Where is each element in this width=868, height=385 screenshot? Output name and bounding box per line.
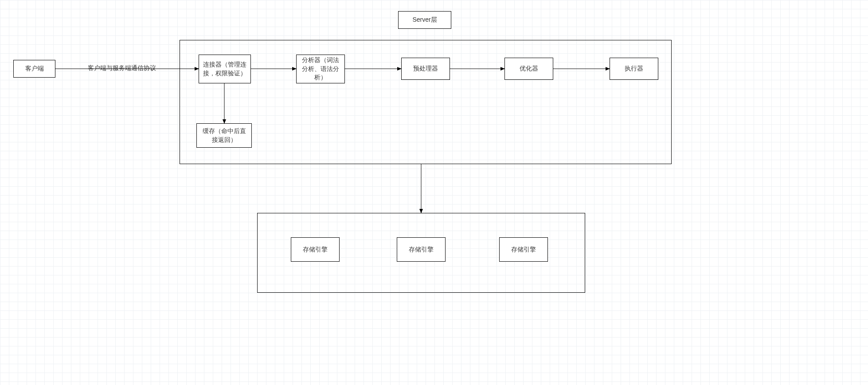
cache-box: 缓存（命中后直接返回） <box>196 123 252 148</box>
storage-engine-3-box: 存储引擎 <box>499 237 548 262</box>
storage-engine-1-text: 存储引擎 <box>303 245 328 254</box>
storage-engine-1-box: 存储引擎 <box>291 237 340 262</box>
analyzer-box: 分析器（词法分析、语法分析） <box>296 55 345 83</box>
client-box: 客户端 <box>13 60 55 78</box>
server-layer-text: Server层 <box>412 16 437 24</box>
analyzer-text: 分析器（词法分析、语法分析） <box>300 56 341 82</box>
executor-text: 执行器 <box>625 64 643 73</box>
executor-box: 执行器 <box>610 58 658 80</box>
cache-text: 缓存（命中后直接返回） <box>200 127 248 144</box>
optimizer-box: 优化器 <box>504 58 553 80</box>
preprocessor-text: 预处理器 <box>413 64 438 73</box>
storage-engine-3-text: 存储引擎 <box>511 245 536 254</box>
protocol-label: 客户端与服务端通信协议 <box>82 64 162 72</box>
storage-engine-2-text: 存储引擎 <box>409 245 434 254</box>
protocol-text: 客户端与服务端通信协议 <box>88 64 156 71</box>
client-text: 客户端 <box>25 64 44 73</box>
storage-engine-2-box: 存储引擎 <box>397 237 446 262</box>
preprocessor-box: 预处理器 <box>401 58 450 80</box>
optimizer-text: 优化器 <box>520 64 538 73</box>
connector-box: 连接器（管理连接，权限验证） <box>199 55 251 83</box>
server-layer-label-box: Server层 <box>398 11 451 29</box>
connector-text: 连接器（管理连接，权限验证） <box>203 60 247 78</box>
